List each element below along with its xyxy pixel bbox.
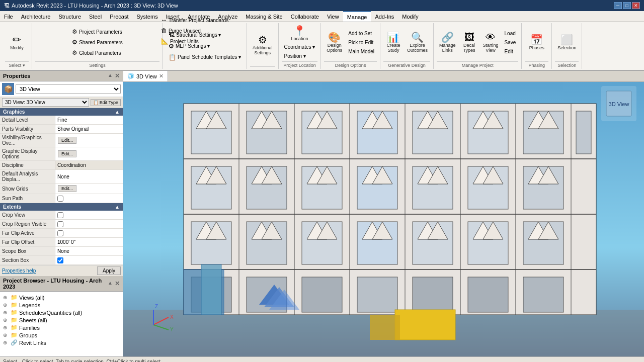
ribbon-btn-selection[interactable]: ⬜ Selection <box>555 33 579 52</box>
ribbon-btn-position[interactable]: Position ▾ <box>282 52 318 60</box>
visibility-graphics-edit-btn[interactable]: Edit... <box>58 137 76 144</box>
apply-button[interactable]: Apply <box>97 266 121 275</box>
browser-item-legends[interactable]: ⊕ 📁 Legends <box>2 301 121 309</box>
edit-type-button[interactable]: 📋 Edit Type <box>91 99 121 106</box>
graphics-collapse-arrow[interactable]: ▲ <box>115 109 120 115</box>
ribbon: ✏ Modify Select ▾ ⚙ Project Parameters ⚙… <box>0 22 644 71</box>
props-view-dropdown[interactable]: 3D View: 3D View <box>2 98 89 107</box>
add-to-set-label: Add to Set <box>348 31 372 36</box>
properties-close-btn[interactable]: ✕ <box>115 72 120 79</box>
discipline-value[interactable]: Coordination <box>55 161 123 169</box>
menu-file[interactable]: File <box>0 11 17 22</box>
props-row-show-grids: Show Grids Edit... <box>0 184 123 194</box>
svg-rect-86 <box>395 310 455 340</box>
browser-item-schedules[interactable]: ⊕ 📁 Schedules/Quantities (all) <box>2 309 121 316</box>
ribbon-btn-load[interactable]: Load <box>502 29 519 38</box>
ribbon-btn-main-model[interactable]: Main Model <box>346 47 377 56</box>
ribbon-btn-global-parameters[interactable]: ⚙ Global Parameters <box>69 48 125 58</box>
menu-collaborate[interactable]: Collaborate <box>287 11 323 22</box>
ribbon-btn-add-to-set[interactable]: Add to Set <box>346 29 377 38</box>
ribbon-btn-project-parameters[interactable]: ⚙ Project Parameters <box>69 27 125 37</box>
ribbon-btn-shared-parameters[interactable]: ⚙ Shared Parameters <box>69 37 125 47</box>
ribbon-btn-explore-outcomes[interactable]: 🔍 ExploreOutcomes <box>405 31 430 54</box>
ribbon-btn-manage-links[interactable]: 🔗 ManageLinks <box>437 31 458 54</box>
menu-addins[interactable]: Add-Ins <box>371 11 398 22</box>
show-grids-edit-btn[interactable]: Edit... <box>58 185 76 192</box>
detail-level-label: Detail Level <box>0 116 55 124</box>
ribbon-btn-modify[interactable]: ✏ Modify <box>7 33 27 52</box>
menu-view[interactable]: View <box>323 11 343 22</box>
menu-precast[interactable]: Precast <box>106 11 132 22</box>
ribbon-btn-mep-settings[interactable]: ⚙ MEP Settings ▾ <box>166 41 212 51</box>
graphic-display-edit-btn[interactable]: Edit... <box>58 150 76 157</box>
browser-item-families[interactable]: ⊕ 📁 Families <box>2 324 121 331</box>
browser-close-btn[interactable]: ✕ <box>115 280 120 287</box>
ribbon-btn-pick-to-edit[interactable]: Pick to Edit <box>346 38 377 47</box>
svg-rect-80 <box>357 277 397 312</box>
menu-architecture[interactable]: Architecture <box>17 11 55 22</box>
coordinates-label: Coordinates ▾ <box>284 44 315 50</box>
menu-manage[interactable]: Manage <box>343 11 371 22</box>
ribbon-btn-create-study[interactable]: 📊 CreateStudy <box>383 31 404 54</box>
properties-collapse-arrow[interactable]: ▲ <box>108 72 113 79</box>
crop-view-checkbox[interactable] <box>57 212 63 218</box>
maximize-button[interactable]: □ <box>623 2 631 9</box>
viewport[interactable]: 3D View X Y Z <box>123 82 644 356</box>
sheets-expand-icon: ⊕ <box>3 317 9 323</box>
detail-level-value[interactable]: Fine <box>55 116 123 124</box>
ribbon-btn-edit[interactable]: Edit <box>502 47 519 56</box>
menu-structure[interactable]: Structure <box>54 11 85 22</box>
far-clip-active-checkbox[interactable] <box>57 230 63 236</box>
global-parameters-label: Global Parameters <box>79 50 121 56</box>
ribbon-group-select: ✏ Modify Select ▾ <box>2 23 32 69</box>
default-analysis-value[interactable]: None <box>55 170 123 183</box>
ribbon-btn-save[interactable]: Save <box>502 38 519 47</box>
ribbon-btn-decal-types[interactable]: 🖼 DecalTypes <box>459 31 479 54</box>
ribbon-btn-panel-schedule[interactable]: 📋 Panel Schedule Templates ▾ <box>166 52 244 62</box>
view-tab-3d-close[interactable]: ✕ <box>159 73 164 79</box>
legends-label: Legends <box>19 302 40 308</box>
minimize-button[interactable]: ─ <box>614 2 622 9</box>
crop-view-value <box>55 211 123 219</box>
ribbon-btn-structural-settings[interactable]: 🏗 Structural Settings ▾ <box>166 30 223 40</box>
sun-path-checkbox[interactable] <box>57 196 63 202</box>
browser-collapse-arrow[interactable]: ▲ <box>108 280 113 287</box>
menu-systems[interactable]: Systems <box>132 11 162 22</box>
design-options-label: DesignOptions <box>327 43 342 53</box>
browser-item-revit-links[interactable]: ⊕ 🔗 Revit Links <box>2 339 121 346</box>
browser-item-groups[interactable]: ⊕ 📁 Groups <box>2 331 121 339</box>
ribbon-design-options-group-label: Design Options <box>324 61 377 68</box>
ribbon-btn-starting-view[interactable]: 👁 StartingView <box>480 31 501 54</box>
scope-box-value[interactable]: None <box>55 247 123 255</box>
project-parameters-label: Project Parameters <box>79 29 122 35</box>
ribbon-additional-items: ⚙ AdditionalSettings <box>250 24 275 65</box>
browser-item-views[interactable]: ⊕ 📁 Views (all) <box>2 294 121 301</box>
properties-panel: Properties ▲ ✕ 📦 3D View 3D View: 3D Vie… <box>0 71 123 276</box>
ribbon-btn-additional-settings[interactable]: ⚙ AdditionalSettings <box>250 33 275 57</box>
menu-modify[interactable]: Modify <box>398 11 422 22</box>
sun-path-value <box>55 194 123 203</box>
props-type-select[interactable]: 3D View <box>16 84 121 94</box>
svg-rect-82 <box>468 277 508 312</box>
menu-steel[interactable]: Steel <box>85 11 106 22</box>
far-clip-offset-value[interactable]: 1000' 0" <box>55 238 123 246</box>
ribbon-btn-location[interactable]: 📍 Location <box>288 24 310 43</box>
legends-folder-icon: 📁 <box>11 302 18 308</box>
parts-visibility-value[interactable]: Show Original <box>55 125 123 133</box>
ribbon-selection-label: Selection <box>555 61 579 68</box>
svg-rect-17 <box>413 111 453 154</box>
extents-collapse-arrow[interactable]: ▲ <box>115 204 120 210</box>
location-icon: 📍 <box>293 26 306 36</box>
browser-item-sheets[interactable]: ⊕ 📁 Sheets (all) <box>2 316 121 324</box>
section-box-checkbox[interactable] <box>57 257 63 263</box>
view-tab-3d[interactable]: 🧊 3D View ✕ <box>123 71 168 81</box>
ribbon-btn-design-options[interactable]: 🎨 DesignOptions <box>324 31 345 54</box>
title-bar: 🏗 Autodesk Revit 2023 - LTU Housing - Ar… <box>0 0 644 11</box>
ribbon-btn-coordinates[interactable]: Coordinates ▾ <box>282 43 318 51</box>
ribbon-btn-phases[interactable]: 📅 Phases <box>527 33 547 52</box>
project-parameters-icon: ⚙ <box>72 28 77 35</box>
close-button[interactable]: ✕ <box>632 2 640 9</box>
props-help-link[interactable]: Properties help <box>2 268 36 274</box>
crop-region-checkbox[interactable] <box>57 221 63 227</box>
menu-massing[interactable]: Massing & Site <box>242 11 286 22</box>
